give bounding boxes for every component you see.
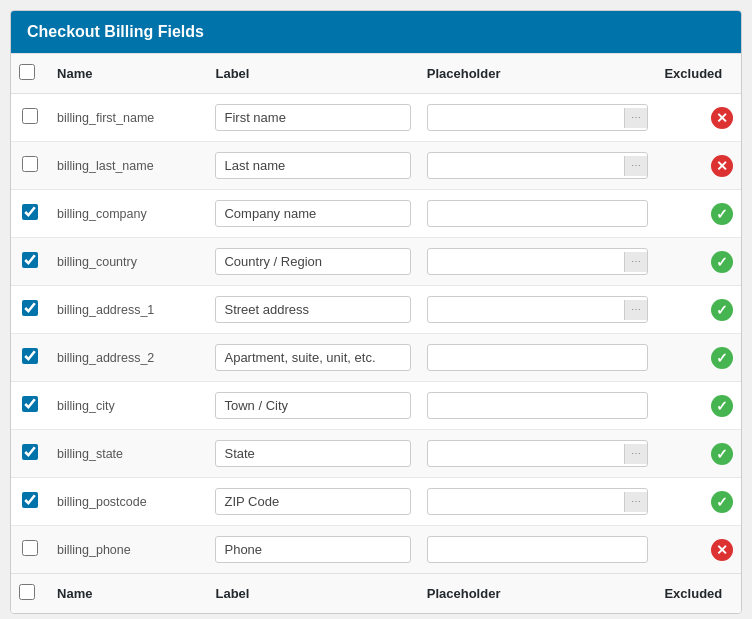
row-placeholder-input[interactable] bbox=[427, 392, 649, 419]
row-placeholder-input[interactable] bbox=[427, 200, 649, 227]
table-row: billing_address_1⋯✓ bbox=[11, 286, 741, 334]
table-row: billing_company✓ bbox=[11, 190, 741, 238]
row-placeholder-cell bbox=[419, 526, 657, 574]
row-checkbox-cell bbox=[11, 94, 49, 142]
row-placeholder-cell: ⋯ bbox=[419, 142, 657, 190]
row-status-icon: ✕ bbox=[664, 107, 733, 129]
row-field-name: billing_country bbox=[49, 238, 207, 286]
select-all-checkbox[interactable] bbox=[19, 64, 35, 80]
row-label-cell bbox=[207, 382, 418, 430]
row-field-name: billing_first_name bbox=[49, 94, 207, 142]
row-status-icon: ✓ bbox=[664, 395, 733, 417]
row-checkbox[interactable] bbox=[22, 444, 38, 460]
row-label-cell bbox=[207, 238, 418, 286]
row-label-cell bbox=[207, 430, 418, 478]
row-checkbox[interactable] bbox=[22, 108, 38, 124]
row-checkbox[interactable] bbox=[22, 348, 38, 364]
row-placeholder-cell bbox=[419, 334, 657, 382]
green-check-icon: ✓ bbox=[711, 299, 733, 321]
table-footer-row: Name Label Placeholder Excluded bbox=[11, 574, 741, 614]
placeholder-icon-button[interactable]: ⋯ bbox=[624, 108, 647, 128]
row-label-input[interactable] bbox=[215, 344, 410, 371]
row-status-cell: ✕ bbox=[656, 142, 741, 190]
checkout-billing-fields-panel: Checkout Billing Fields Name Label Place… bbox=[10, 10, 742, 614]
row-label-input[interactable] bbox=[215, 152, 410, 179]
green-check-icon: ✓ bbox=[711, 203, 733, 225]
row-checkbox-cell bbox=[11, 190, 49, 238]
row-status-cell: ✓ bbox=[656, 478, 741, 526]
row-placeholder-input[interactable] bbox=[427, 536, 649, 563]
row-checkbox-cell bbox=[11, 430, 49, 478]
row-placeholder-input[interactable] bbox=[428, 105, 625, 130]
table-row: billing_city✓ bbox=[11, 382, 741, 430]
red-x-icon: ✕ bbox=[711, 107, 733, 129]
placeholder-icon-button[interactable]: ⋯ bbox=[624, 300, 647, 320]
row-checkbox[interactable] bbox=[22, 300, 38, 316]
row-label-input[interactable] bbox=[215, 392, 410, 419]
row-placeholder-input[interactable] bbox=[428, 249, 625, 274]
table-header-row: Name Label Placeholder Excluded bbox=[11, 54, 741, 94]
green-check-icon: ✓ bbox=[711, 491, 733, 513]
row-label-cell bbox=[207, 142, 418, 190]
row-field-name: billing_address_2 bbox=[49, 334, 207, 382]
row-placeholder-wrapper: ⋯ bbox=[427, 248, 649, 275]
row-status-icon: ✓ bbox=[664, 203, 733, 225]
row-checkbox[interactable] bbox=[22, 204, 38, 220]
placeholder-icon-button[interactable]: ⋯ bbox=[624, 252, 647, 272]
row-placeholder-input[interactable] bbox=[428, 489, 625, 514]
table-row: billing_first_name⋯✕ bbox=[11, 94, 741, 142]
table-row: billing_state⋯✓ bbox=[11, 430, 741, 478]
row-placeholder-cell bbox=[419, 382, 657, 430]
placeholder-icon-button[interactable]: ⋯ bbox=[624, 156, 647, 176]
placeholder-icon-button[interactable]: ⋯ bbox=[624, 444, 647, 464]
row-placeholder-wrapper: ⋯ bbox=[427, 152, 649, 179]
row-placeholder-wrapper: ⋯ bbox=[427, 440, 649, 467]
row-status-cell: ✓ bbox=[656, 382, 741, 430]
row-label-input[interactable] bbox=[215, 248, 410, 275]
row-label-input[interactable] bbox=[215, 488, 410, 515]
row-label-input[interactable] bbox=[215, 296, 410, 323]
row-label-input[interactable] bbox=[215, 104, 410, 131]
row-placeholder-wrapper: ⋯ bbox=[427, 104, 649, 131]
row-placeholder-wrapper: ⋯ bbox=[427, 296, 649, 323]
panel-title: Checkout Billing Fields bbox=[27, 23, 204, 40]
billing-fields-table: Name Label Placeholder Excluded billing_… bbox=[11, 53, 741, 613]
row-status-cell: ✓ bbox=[656, 190, 741, 238]
row-field-name: billing_company bbox=[49, 190, 207, 238]
row-checkbox[interactable] bbox=[22, 540, 38, 556]
row-field-name: billing_postcode bbox=[49, 478, 207, 526]
row-label-cell bbox=[207, 478, 418, 526]
row-label-input[interactable] bbox=[215, 440, 410, 467]
red-x-icon: ✕ bbox=[711, 539, 733, 561]
header-check-cell bbox=[11, 54, 49, 94]
row-label-cell bbox=[207, 286, 418, 334]
row-placeholder-input[interactable] bbox=[428, 297, 625, 322]
row-status-cell: ✓ bbox=[656, 238, 741, 286]
row-placeholder-input[interactable] bbox=[428, 441, 625, 466]
row-status-cell: ✓ bbox=[656, 286, 741, 334]
row-field-name: billing_city bbox=[49, 382, 207, 430]
row-field-name: billing_phone bbox=[49, 526, 207, 574]
select-all-footer-checkbox[interactable] bbox=[19, 584, 35, 600]
green-check-icon: ✓ bbox=[711, 395, 733, 417]
row-checkbox-cell bbox=[11, 382, 49, 430]
row-label-input[interactable] bbox=[215, 200, 410, 227]
row-status-icon: ✓ bbox=[664, 251, 733, 273]
placeholder-icon-button[interactable]: ⋯ bbox=[624, 492, 647, 512]
row-checkbox[interactable] bbox=[22, 156, 38, 172]
row-placeholder-input[interactable] bbox=[427, 344, 649, 371]
row-field-name: billing_address_1 bbox=[49, 286, 207, 334]
row-checkbox-cell bbox=[11, 526, 49, 574]
row-status-icon: ✓ bbox=[664, 491, 733, 513]
row-checkbox-cell bbox=[11, 478, 49, 526]
green-check-icon: ✓ bbox=[711, 443, 733, 465]
row-checkbox[interactable] bbox=[22, 396, 38, 412]
row-status-icon: ✓ bbox=[664, 443, 733, 465]
row-placeholder-input[interactable] bbox=[428, 153, 625, 178]
row-checkbox-cell bbox=[11, 238, 49, 286]
panel-header: Checkout Billing Fields bbox=[11, 11, 741, 53]
red-x-icon: ✕ bbox=[711, 155, 733, 177]
row-checkbox[interactable] bbox=[22, 252, 38, 268]
row-checkbox[interactable] bbox=[22, 492, 38, 508]
row-label-input[interactable] bbox=[215, 536, 410, 563]
